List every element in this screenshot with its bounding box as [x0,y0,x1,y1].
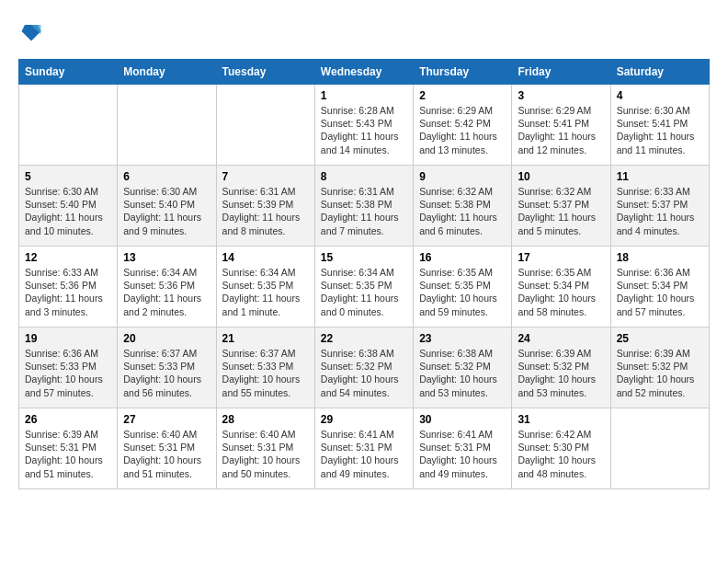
weekday-header: Sunday [19,60,118,85]
day-info: Sunrise: 6:30 AM Sunset: 5:41 PM Dayligh… [617,104,703,156]
day-number: 3 [518,89,604,102]
day-number: 14 [222,251,309,264]
logo [18,18,48,44]
day-number: 27 [123,413,210,426]
day-number: 24 [518,332,604,345]
calendar-cell: 29Sunrise: 6:41 AM Sunset: 5:31 PM Dayli… [314,408,413,489]
day-info: Sunrise: 6:33 AM Sunset: 5:37 PM Dayligh… [617,185,703,237]
calendar-cell: 23Sunrise: 6:38 AM Sunset: 5:32 PM Dayli… [414,327,512,408]
day-number: 13 [123,251,210,264]
calendar-cell: 18Sunrise: 6:36 AM Sunset: 5:34 PM Dayli… [610,247,709,327]
calendar-cell: 12Sunrise: 6:33 AM Sunset: 5:36 PM Dayli… [19,247,118,327]
day-info: Sunrise: 6:35 AM Sunset: 5:34 PM Dayligh… [518,266,604,318]
calendar-week-row: 5Sunrise: 6:30 AM Sunset: 5:40 PM Daylig… [19,166,710,247]
day-info: Sunrise: 6:31 AM Sunset: 5:38 PM Dayligh… [321,185,407,237]
calendar-week-row: 19Sunrise: 6:36 AM Sunset: 5:33 PM Dayli… [19,327,710,408]
calendar-week-row: 1Sunrise: 6:28 AM Sunset: 5:43 PM Daylig… [19,85,710,166]
day-info: Sunrise: 6:34 AM Sunset: 5:36 PM Dayligh… [123,266,210,318]
day-info: Sunrise: 6:40 AM Sunset: 5:31 PM Dayligh… [222,428,309,480]
day-number: 20 [123,332,210,345]
calendar-week-row: 12Sunrise: 6:33 AM Sunset: 5:36 PM Dayli… [19,247,710,327]
day-info: Sunrise: 6:40 AM Sunset: 5:31 PM Dayligh… [123,428,210,480]
day-number: 30 [419,413,506,426]
calendar-cell: 24Sunrise: 6:39 AM Sunset: 5:32 PM Dayli… [512,327,610,408]
day-number: 8 [321,170,407,183]
day-number: 1 [321,89,407,102]
day-number: 26 [25,413,111,426]
day-info: Sunrise: 6:34 AM Sunset: 5:35 PM Dayligh… [321,266,407,318]
day-number: 15 [321,251,407,264]
day-number: 2 [419,89,506,102]
calendar-cell: 31Sunrise: 6:42 AM Sunset: 5:30 PM Dayli… [512,408,610,489]
day-info: Sunrise: 6:39 AM Sunset: 5:32 PM Dayligh… [518,347,604,399]
weekday-header: Wednesday [314,60,413,85]
day-info: Sunrise: 6:29 AM Sunset: 5:42 PM Dayligh… [419,104,506,156]
day-info: Sunrise: 6:38 AM Sunset: 5:32 PM Dayligh… [321,347,407,399]
calendar-cell: 21Sunrise: 6:37 AM Sunset: 5:33 PM Dayli… [216,327,314,408]
weekday-header: Monday [118,60,216,85]
day-number: 16 [419,251,506,264]
day-info: Sunrise: 6:36 AM Sunset: 5:34 PM Dayligh… [617,266,703,318]
day-number: 4 [617,89,703,102]
calendar-cell: 22Sunrise: 6:38 AM Sunset: 5:32 PM Dayli… [314,327,413,408]
calendar-cell: 5Sunrise: 6:30 AM Sunset: 5:40 PM Daylig… [19,166,118,247]
day-info: Sunrise: 6:39 AM Sunset: 5:31 PM Dayligh… [25,428,111,480]
day-info: Sunrise: 6:34 AM Sunset: 5:35 PM Dayligh… [222,266,309,318]
calendar-cell: 10Sunrise: 6:32 AM Sunset: 5:37 PM Dayli… [512,166,610,247]
day-number: 22 [321,332,407,345]
day-number: 31 [518,413,604,426]
calendar-cell: 3Sunrise: 6:29 AM Sunset: 5:41 PM Daylig… [512,85,610,166]
day-number: 10 [518,170,604,183]
calendar-cell: 7Sunrise: 6:31 AM Sunset: 5:39 PM Daylig… [216,166,314,247]
weekday-header: Tuesday [216,60,314,85]
calendar-week-row: 26Sunrise: 6:39 AM Sunset: 5:31 PM Dayli… [19,408,710,489]
calendar-cell: 9Sunrise: 6:32 AM Sunset: 5:38 PM Daylig… [414,166,512,247]
day-info: Sunrise: 6:35 AM Sunset: 5:35 PM Dayligh… [419,266,506,318]
day-info: Sunrise: 6:33 AM Sunset: 5:36 PM Dayligh… [25,266,111,318]
calendar-header: SundayMondayTuesdayWednesdayThursdayFrid… [19,60,710,85]
day-info: Sunrise: 6:37 AM Sunset: 5:33 PM Dayligh… [222,347,309,399]
calendar-cell: 28Sunrise: 6:40 AM Sunset: 5:31 PM Dayli… [216,408,314,489]
calendar-body: 1Sunrise: 6:28 AM Sunset: 5:43 PM Daylig… [19,85,710,489]
day-info: Sunrise: 6:28 AM Sunset: 5:43 PM Dayligh… [321,104,407,156]
day-number: 11 [617,170,703,183]
day-info: Sunrise: 6:32 AM Sunset: 5:37 PM Dayligh… [518,185,604,237]
calendar-cell: 4Sunrise: 6:30 AM Sunset: 5:41 PM Daylig… [610,85,709,166]
day-number: 6 [123,170,210,183]
day-number: 5 [25,170,111,183]
day-info: Sunrise: 6:42 AM Sunset: 5:30 PM Dayligh… [518,428,604,480]
day-number: 25 [617,332,703,345]
calendar-cell: 19Sunrise: 6:36 AM Sunset: 5:33 PM Dayli… [19,327,118,408]
calendar-cell: 30Sunrise: 6:41 AM Sunset: 5:31 PM Dayli… [414,408,512,489]
day-info: Sunrise: 6:38 AM Sunset: 5:32 PM Dayligh… [419,347,506,399]
logo-icon [18,18,44,44]
day-info: Sunrise: 6:41 AM Sunset: 5:31 PM Dayligh… [419,428,506,480]
calendar-cell: 20Sunrise: 6:37 AM Sunset: 5:33 PM Dayli… [118,327,216,408]
day-number: 28 [222,413,309,426]
calendar-cell: 13Sunrise: 6:34 AM Sunset: 5:36 PM Dayli… [118,247,216,327]
weekday-header: Friday [512,60,610,85]
calendar-cell: 14Sunrise: 6:34 AM Sunset: 5:35 PM Dayli… [216,247,314,327]
calendar-cell [19,85,118,166]
calendar-cell: 11Sunrise: 6:33 AM Sunset: 5:37 PM Dayli… [610,166,709,247]
day-number: 12 [25,251,111,264]
day-info: Sunrise: 6:41 AM Sunset: 5:31 PM Dayligh… [321,428,407,480]
day-number: 29 [321,413,407,426]
calendar-cell: 16Sunrise: 6:35 AM Sunset: 5:35 PM Dayli… [414,247,512,327]
weekday-row: SundayMondayTuesdayWednesdayThursdayFrid… [19,60,710,85]
day-number: 21 [222,332,309,345]
day-number: 18 [617,251,703,264]
calendar-cell [216,85,314,166]
weekday-header: Saturday [610,60,709,85]
calendar-cell: 8Sunrise: 6:31 AM Sunset: 5:38 PM Daylig… [314,166,413,247]
calendar-cell: 17Sunrise: 6:35 AM Sunset: 5:34 PM Dayli… [512,247,610,327]
day-info: Sunrise: 6:31 AM Sunset: 5:39 PM Dayligh… [222,185,309,237]
calendar-cell: 25Sunrise: 6:39 AM Sunset: 5:32 PM Dayli… [610,327,709,408]
calendar-table: SundayMondayTuesdayWednesdayThursdayFrid… [18,59,710,489]
day-info: Sunrise: 6:36 AM Sunset: 5:33 PM Dayligh… [25,347,111,399]
day-info: Sunrise: 6:30 AM Sunset: 5:40 PM Dayligh… [123,185,210,237]
day-number: 17 [518,251,604,264]
calendar-cell: 26Sunrise: 6:39 AM Sunset: 5:31 PM Dayli… [19,408,118,489]
calendar-cell: 6Sunrise: 6:30 AM Sunset: 5:40 PM Daylig… [118,166,216,247]
calendar-cell [118,85,216,166]
